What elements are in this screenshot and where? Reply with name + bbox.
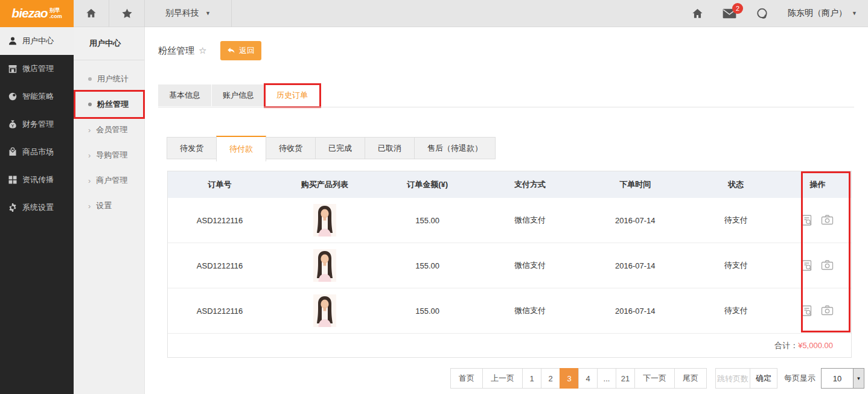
column-header-order-no: 订单号	[168, 179, 272, 190]
support-button[interactable]	[756, 7, 768, 20]
sidebar-item-finance-management[interactable]: 财务管理	[0, 110, 74, 138]
page-header: 粉丝管理 ☆ 返回	[158, 41, 206, 60]
unread-count-badge: 2	[732, 3, 743, 14]
dot-bullet-icon	[88, 77, 92, 81]
order-status-tabs: 待发货 待付款 待收货 已完成 已取消 售后（待退款）	[167, 137, 496, 162]
sidebar-item-info-broadcast[interactable]: 资讯传播	[0, 166, 74, 194]
page-ellipsis: ...	[597, 368, 616, 389]
column-header-amount: 订单金额(¥)	[378, 179, 477, 190]
user-account-dropdown[interactable]: 陈东明（商户） ▼	[788, 8, 857, 19]
page-button-1[interactable]: 1	[522, 368, 541, 389]
last-page-label: 尾页	[683, 373, 698, 384]
page-button-21[interactable]: 21	[616, 368, 635, 389]
order-tab-label: 售后（待退款）	[427, 143, 482, 154]
home-button[interactable]	[692, 8, 703, 19]
camera-icon[interactable]	[821, 305, 834, 317]
order-tab-to-receive[interactable]: 待收货	[266, 137, 316, 159]
column-header-status: 状态	[688, 179, 784, 190]
actions-cell	[784, 259, 851, 272]
dropdown-arrow-icon: ▼	[853, 369, 864, 388]
page-button-3-current[interactable]: 3	[560, 368, 579, 389]
page-number: 4	[586, 374, 590, 383]
sidebar-item-weidian-management[interactable]: 微店管理	[0, 55, 74, 83]
logo[interactable]: biezao 别早 .com	[0, 0, 74, 27]
payment-cell: 微信支付	[477, 305, 582, 316]
orders-table: 订单号 购买产品列表 订单金额(¥) 支付方式 下单时间 状态 操作 ASD12…	[167, 171, 852, 358]
company-dropdown[interactable]: 别早科技 ▼	[145, 0, 232, 27]
sidebar-item-label: 资讯传播	[22, 174, 54, 185]
per-page-select[interactable]: 10 ▼	[821, 368, 864, 389]
subnav-item-user-stats[interactable]: 用户统计	[74, 66, 144, 92]
camera-icon[interactable]	[821, 214, 834, 226]
sidebar-item-label: 系统设置	[22, 202, 54, 213]
subnav-item-merchant-management[interactable]: › 商户管理	[74, 168, 144, 193]
subnav-item-label: 商户管理	[96, 175, 127, 186]
user-icon	[8, 36, 18, 46]
subnav-item-guide-management[interactable]: › 导购管理	[74, 142, 144, 168]
prev-page-button[interactable]: 上一页	[482, 368, 523, 389]
product-photo[interactable]	[313, 249, 336, 282]
order-tab-completed[interactable]: 已完成	[315, 137, 365, 159]
home-shortcut-button[interactable]	[74, 0, 109, 27]
subnav-item-label: 粉丝管理	[97, 99, 129, 110]
order-tab-label: 已取消	[378, 143, 401, 154]
column-header-payment: 支付方式	[477, 179, 582, 190]
first-page-label: 首页	[459, 373, 474, 384]
jump-page-input[interactable]	[715, 368, 750, 389]
page-button-4[interactable]: 4	[578, 368, 598, 389]
subnav-item-settings[interactable]: › 设置	[74, 193, 144, 218]
subnav-item-fans-management[interactable]: 粉丝管理	[74, 92, 144, 117]
user-name: 陈东明（商户）	[788, 8, 847, 19]
order-tab-pending-payment[interactable]: 待付款	[216, 136, 266, 162]
view-order-detail-icon[interactable]	[801, 305, 813, 317]
bag-icon	[8, 147, 18, 157]
last-page-button[interactable]: 尾页	[674, 368, 707, 389]
chevron-right-icon: ›	[88, 176, 91, 185]
tab-label: 基本信息	[169, 90, 200, 101]
view-order-detail-icon[interactable]	[801, 259, 813, 272]
confirm-jump-button[interactable]: 确定	[750, 368, 777, 389]
product-photo[interactable]	[313, 294, 336, 327]
column-header-actions: 操作	[784, 179, 851, 190]
chevron-right-icon: ›	[88, 151, 91, 160]
table-row: ASD1212116 155.00 微信支付 2016-07-14 待支付	[168, 288, 851, 334]
sidebar-item-goods-market[interactable]: 商品市场	[0, 138, 74, 166]
view-order-detail-icon[interactable]	[801, 214, 813, 226]
order-tab-cancelled[interactable]: 已取消	[365, 137, 415, 159]
tab-basic-info[interactable]: 基本信息	[158, 84, 211, 106]
camera-icon[interactable]	[821, 259, 834, 272]
topbar-right: 2 陈东明（商户） ▼	[692, 7, 868, 20]
sidebar-item-user-center[interactable]: 用户中心	[0, 27, 74, 55]
order-tab-to-ship[interactable]: 待发货	[167, 137, 217, 159]
order-tab-label: 已完成	[328, 143, 352, 154]
product-photo[interactable]	[313, 204, 336, 237]
back-button[interactable]: 返回	[220, 41, 261, 60]
total-value: ¥5,000.00	[798, 341, 833, 350]
tab-label: 账户信息	[223, 90, 254, 101]
messages-button[interactable]: 2	[723, 8, 736, 19]
tab-order-history[interactable]: 历史订单	[266, 84, 319, 106]
page-button-2[interactable]: 2	[541, 368, 560, 389]
tabs-divider	[158, 107, 854, 107]
tab-account-info[interactable]: 账户信息	[212, 84, 265, 106]
table-header-row: 订单号 购买产品列表 订单金额(¥) 支付方式 下单时间 状态 操作	[168, 171, 851, 198]
order-no-cell: ASD1212116	[168, 216, 272, 225]
per-page-label: 每页显示	[784, 373, 815, 384]
product-image-cell	[272, 249, 377, 282]
order-tab-after-sale[interactable]: 售后（待退款）	[414, 137, 496, 159]
favorites-button[interactable]	[109, 0, 145, 27]
subnav-item-member-management[interactable]: › 会员管理	[74, 117, 144, 142]
status-cell: 待支付	[688, 260, 784, 271]
total-row: 合计： ¥5,000.00	[168, 334, 851, 357]
per-page-value: 10	[822, 374, 853, 383]
first-page-button[interactable]: 首页	[450, 368, 483, 389]
favorite-star-icon[interactable]: ☆	[199, 45, 206, 56]
amount-cell: 155.00	[378, 216, 477, 225]
actions-cell	[784, 305, 851, 317]
dot-bullet-icon	[88, 103, 92, 106]
next-page-button[interactable]: 下一页	[634, 368, 675, 389]
sidebar-item-system-settings[interactable]: 系统设置	[0, 194, 74, 221]
headset-icon	[756, 7, 768, 20]
sidebar-item-smart-strategy[interactable]: 智能策略	[0, 83, 74, 110]
page-number: 21	[621, 374, 630, 383]
